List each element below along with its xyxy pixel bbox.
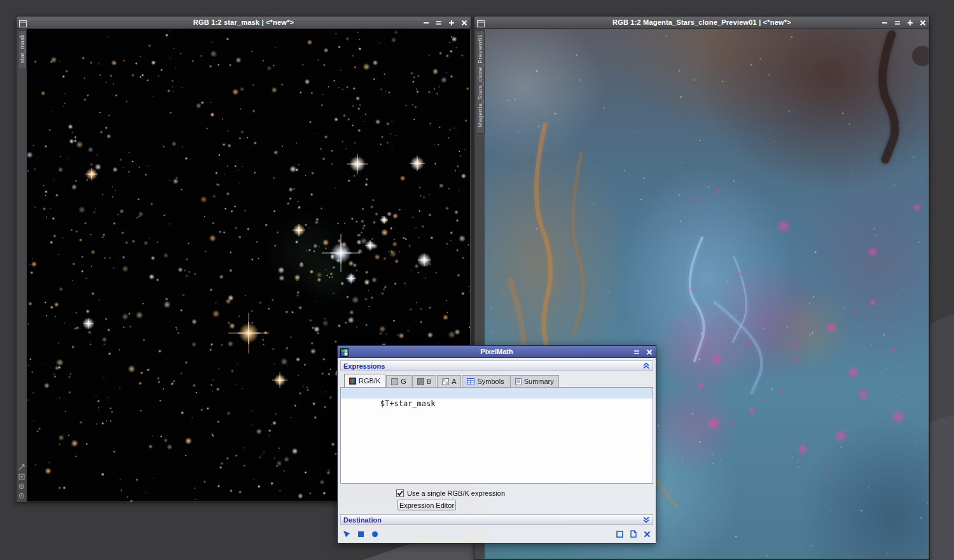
new-instance-icon	[343, 530, 350, 538]
shade-icon	[436, 20, 442, 26]
left-window-titlebar[interactable]: RGB 1:2 star_mask | <*new*>	[17, 17, 471, 29]
shade-button[interactable]	[434, 18, 443, 27]
destination-section-label: Destination	[343, 516, 642, 524]
center-view-icon[interactable]	[18, 493, 25, 499]
close-button[interactable]	[918, 18, 927, 27]
close-icon	[461, 20, 467, 26]
minimize-button[interactable]	[422, 18, 430, 27]
chevron-double-down-icon	[642, 516, 650, 523]
tab-summary-label: Summary	[524, 378, 554, 385]
expression-tabs: RGB/K G B A Symbols Summary	[340, 374, 653, 387]
minimize-button[interactable]	[880, 18, 888, 27]
tab-summary[interactable]: Summary	[510, 375, 559, 387]
pixelmath-title: PixelMath	[338, 348, 656, 355]
preview-square-icon	[616, 531, 623, 538]
right-image-selector-tab[interactable]: Magenta_Stars_clone_Preview01	[476, 31, 485, 133]
apply-global-icon	[371, 531, 378, 538]
apply-button[interactable]	[357, 531, 364, 538]
tab-symbols[interactable]: Symbols	[462, 375, 509, 387]
summary-icon	[515, 378, 522, 385]
tab-g[interactable]: G	[386, 375, 411, 387]
shade-button[interactable]	[893, 18, 901, 27]
right-window-titlebar[interactable]: RGB 1:2 Magenta_Stars_clone_Preview01 | …	[474, 17, 929, 29]
reset-button[interactable]	[644, 531, 651, 538]
expression-input[interactable]: $T+star_mask	[340, 387, 653, 484]
single-rgbk-checkbox[interactable]	[396, 489, 404, 497]
b-channel-icon	[417, 378, 424, 385]
zoom-icon	[448, 20, 455, 26]
tab-rgbk[interactable]: RGB/K	[344, 374, 385, 387]
g-channel-icon	[391, 378, 398, 385]
left-window-title: RGB 1:2 star_mask | <*new*>	[17, 18, 471, 26]
symbols-icon	[467, 378, 474, 385]
expressions-section-label: Expressions	[343, 362, 642, 370]
pan-mode-icon[interactable]	[18, 464, 25, 470]
tab-a-label: A	[452, 378, 456, 385]
single-rgbk-label: Use a single RGB/K expression	[407, 489, 505, 497]
single-rgbk-row: Use a single RGB/K expression	[396, 489, 653, 497]
zoom-mode-icon[interactable]	[18, 483, 25, 489]
expressions-section-header[interactable]: Expressions	[340, 360, 653, 371]
expand-section-button[interactable]	[642, 516, 650, 523]
pixelmath-toolbar	[340, 528, 653, 540]
shade-button[interactable]	[632, 348, 640, 356]
zoom-button[interactable]	[447, 18, 455, 27]
tab-b[interactable]: B	[412, 375, 436, 387]
minimize-icon	[881, 20, 888, 26]
alpha-channel-icon	[442, 378, 449, 385]
select-mode-icon[interactable]	[18, 474, 25, 480]
left-image-selector-tab[interactable]: star_mask	[18, 31, 27, 69]
chevron-double-up-icon	[642, 362, 650, 369]
shade-icon	[633, 349, 640, 355]
pixelmath-titlebar[interactable]: PixelMath	[338, 346, 656, 358]
tab-symbols-label: Symbols	[477, 378, 504, 385]
zoom-icon	[907, 20, 913, 26]
new-instance-button[interactable]	[343, 530, 350, 538]
close-icon	[646, 349, 653, 355]
destination-section-header[interactable]: Destination	[340, 514, 653, 525]
expression-text: $T+star_mask	[380, 399, 436, 408]
shade-icon	[894, 20, 901, 26]
rgbk-icon	[349, 378, 356, 385]
left-image-selector-label: star_mask	[19, 34, 25, 63]
close-button[interactable]	[645, 348, 653, 356]
realtime-preview-button[interactable]	[616, 531, 623, 538]
pixelmath-dialog: PixelMath Expressions RGB/K G B	[337, 345, 656, 543]
apply-global-button[interactable]	[371, 531, 378, 538]
right-image-selector-label: Magenta_Stars_clone_Preview01	[477, 34, 483, 127]
tab-b-label: B	[427, 378, 431, 385]
check-icon	[397, 490, 403, 496]
zoom-button[interactable]	[906, 18, 914, 27]
browse-documentation-button[interactable]	[630, 530, 637, 538]
tab-a[interactable]: A	[437, 375, 461, 387]
tab-g-label: G	[401, 378, 406, 385]
expression-editor-button[interactable]: Expression Editor	[398, 500, 456, 510]
reset-icon	[644, 531, 651, 538]
tab-rgbk-label: RGB/K	[359, 377, 380, 385]
left-window-side-strip: star_mask	[17, 29, 27, 502]
close-icon	[920, 20, 926, 26]
collapse-section-button[interactable]	[642, 362, 650, 369]
documentation-icon	[630, 530, 637, 538]
minimize-icon	[423, 20, 429, 26]
expression-line[interactable]: $T+star_mask	[341, 388, 653, 399]
close-button[interactable]	[460, 18, 468, 27]
apply-icon	[357, 531, 364, 538]
right-window-title: RGB 1:2 Magenta_Stars_clone_Preview01 | …	[474, 18, 929, 26]
